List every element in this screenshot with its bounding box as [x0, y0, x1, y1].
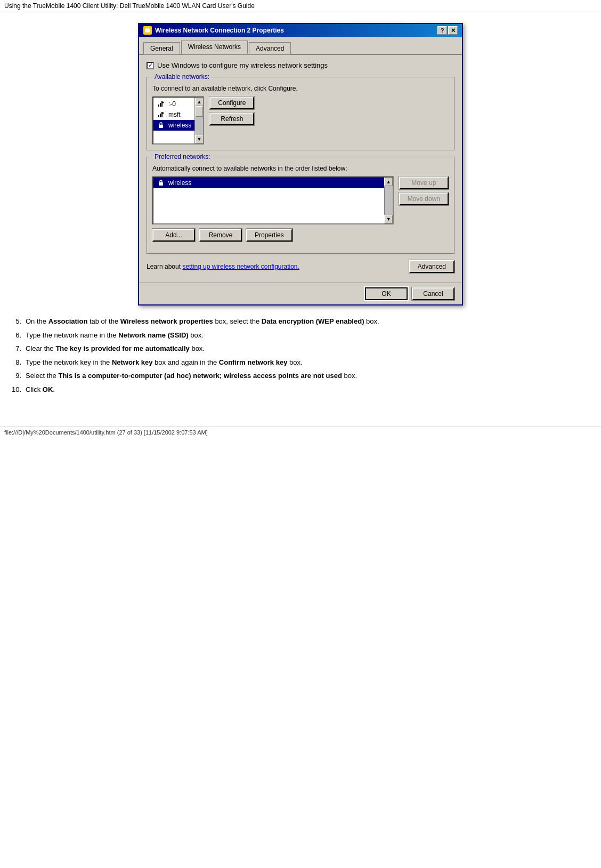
page-title-bar: Using the TrueMobile 1400 Client Utility…	[0, 0, 601, 12]
tabs-row: General Wireless Networks Advanced	[139, 37, 462, 55]
instruction-8: 8. Type the network key in the Network k…	[11, 357, 590, 368]
preferred-network-list-content: wireless	[153, 178, 384, 223]
preferred-scroll-track	[385, 186, 393, 215]
svg-point-8	[163, 112, 164, 114]
help-button[interactable]: ?	[437, 26, 447, 35]
dialog-footer: OK Cancel	[139, 283, 462, 304]
scroll-down-btn[interactable]: ▼	[195, 135, 204, 143]
svg-point-10	[160, 126, 161, 127]
preferred-lock-icon	[157, 179, 165, 187]
advanced-button[interactable]: Advanced	[409, 260, 454, 273]
tab-general[interactable]: General	[143, 42, 180, 54]
available-network-item-1[interactable]: :-0	[153, 99, 194, 109]
configure-button[interactable]: Configure	[209, 97, 254, 109]
learn-link[interactable]: setting up wireless network configuratio…	[182, 263, 299, 270]
configure-checkbox-row[interactable]: ✓ Use Windows to configure my wireless n…	[147, 61, 454, 69]
svg-point-12	[160, 183, 161, 184]
preferred-networks-desc: Automatically connect to available netwo…	[152, 165, 449, 172]
remove-button[interactable]: Remove	[199, 229, 242, 242]
close-button[interactable]: ✕	[448, 26, 458, 35]
available-network-item-3[interactable]: wireless	[153, 120, 194, 131]
configure-checkbox-label: Use Windows to configure my wireless net…	[157, 61, 328, 69]
preferred-list-scrollbar[interactable]: ▲ ▼	[384, 178, 393, 223]
properties-button[interactable]: Properties	[246, 229, 293, 242]
tab-wireless-networks[interactable]: Wireless Networks	[181, 41, 248, 54]
configure-checkbox[interactable]: ✓	[147, 62, 154, 69]
preferred-scroll-up[interactable]: ▲	[384, 178, 393, 186]
svg-rect-1	[158, 105, 159, 107]
available-networks-desc: To connect to an available network, clic…	[152, 85, 449, 92]
available-networks-buttons: Configure Refresh	[209, 97, 254, 125]
instructions-list: 5. On the Association tab of the Wireles…	[11, 316, 590, 395]
svg-rect-5	[158, 115, 159, 117]
scroll-thumb	[196, 106, 203, 117]
instruction-9: 9. Select the This is a computer-to-comp…	[11, 371, 590, 381]
move-down-button[interactable]: Move down	[399, 192, 449, 205]
available-network-list[interactable]: :-0	[152, 97, 204, 144]
titlebar-buttons: ? ✕	[437, 26, 458, 35]
ok-button[interactable]: OK	[365, 287, 408, 300]
move-up-button[interactable]: Move up	[399, 176, 449, 189]
main-content: Wireless Network Connection 2 Properties…	[0, 12, 601, 416]
preferred-network-name-1: wireless	[168, 179, 191, 187]
network-signal-icon-2	[157, 110, 165, 119]
network-name-1: :-0	[168, 100, 176, 108]
available-list-scrollbar[interactable]: ▲ ▼	[194, 98, 203, 143]
preferred-action-buttons: Add... Remove Properties	[152, 229, 449, 242]
svg-rect-0	[145, 29, 150, 33]
svg-rect-6	[160, 114, 161, 117]
available-networks-container: :-0	[152, 97, 449, 144]
preferred-networks-group: Preferred networks: Automatically connec…	[147, 157, 454, 254]
available-network-list-content: :-0	[153, 98, 194, 143]
instruction-5: 5. On the Association tab of the Wireles…	[11, 316, 590, 327]
instruction-10: 10. Click OK.	[11, 384, 590, 395]
instruction-6: 6. Type the network name in the Network …	[11, 330, 590, 341]
add-button[interactable]: Add...	[152, 229, 195, 242]
preferred-scroll-down[interactable]: ▼	[384, 215, 393, 223]
available-network-item-2[interactable]: msft	[153, 109, 194, 120]
titlebar-left: Wireless Network Connection 2 Properties	[143, 26, 284, 35]
cancel-button[interactable]: Cancel	[412, 287, 454, 300]
instruction-7: 7. Clear the The key is provided for me …	[11, 343, 590, 354]
footer-bar: file:///D|/My%20Documents/1400/utility.h…	[0, 427, 601, 438]
scroll-up-btn[interactable]: ▲	[195, 98, 204, 106]
preferred-networks-label: Preferred networks:	[152, 153, 213, 160]
preferred-network-item-1[interactable]: wireless	[153, 178, 384, 188]
svg-point-4	[163, 102, 164, 103]
dialog-titlebar: Wireless Network Connection 2 Properties…	[139, 24, 462, 37]
available-networks-label: Available networks:	[152, 73, 212, 81]
preferred-move-buttons: Move up Move down	[399, 176, 449, 205]
preferred-list-area: wireless ▲ ▼ Move up Move down	[152, 176, 449, 224]
available-networks-group: Available networks: To connect to an ava…	[147, 77, 454, 150]
network-name-3: wireless	[168, 122, 191, 129]
dialog-body: ✓ Use Windows to configure my wireless n…	[139, 55, 462, 283]
dialog-wrapper: Wireless Network Connection 2 Properties…	[11, 23, 590, 306]
refresh-button[interactable]: Refresh	[209, 112, 254, 125]
network-name-2: msft	[168, 111, 181, 118]
preferred-network-list[interactable]: wireless ▲ ▼	[152, 176, 394, 224]
tab-advanced[interactable]: Advanced	[249, 42, 291, 54]
dialog-title: Wireless Network Connection 2 Properties	[155, 27, 284, 34]
network-signal-icon-1	[157, 100, 165, 108]
svg-rect-2	[160, 103, 161, 107]
dialog-icon	[143, 26, 152, 35]
dialog-window: Wireless Network Connection 2 Properties…	[138, 23, 463, 306]
network-lock-icon-1	[157, 121, 165, 130]
learn-advanced-row: Learn about setting up wireless network …	[147, 260, 454, 273]
scroll-track	[195, 106, 203, 135]
learn-text: Learn about setting up wireless network …	[147, 263, 299, 270]
